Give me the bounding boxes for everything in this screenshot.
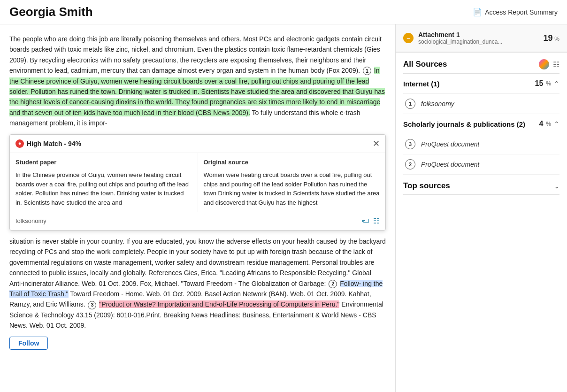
scholarly-row-right: 4 % ⌃ [539, 120, 559, 128]
match-popup-body: Student paper In the Chinese province of… [10, 153, 385, 212]
source-num-1: 1 [405, 99, 415, 109]
source-num-3: 3 [405, 139, 415, 149]
match-popup-header: ● High Match - 94% ✕ [10, 135, 385, 153]
internet-row: Internet (1) 15 % ⌃ [403, 74, 559, 94]
scholarly-source-1: 3 ProQuest document [403, 134, 559, 154]
app-header: Georgia Smith 📄 Access Report Summary [0, 0, 567, 24]
high-match-icon: ● [15, 139, 24, 148]
scholarly-source-2: 2 ProQuest document [403, 154, 559, 175]
citation-2: 2 [329, 280, 337, 288]
top-sources-header: Top sources ⌃ [403, 175, 559, 195]
match-badge: ● High Match - 94% [15, 138, 81, 149]
match-popup: ● High Match - 94% ✕ Student paper In th… [9, 134, 386, 231]
internet-source-1: 1 folksonomy [403, 94, 559, 114]
paragraph-1: The people who are doing this job are li… [9, 34, 386, 129]
top-sources-section: Top sources ⌃ [396, 175, 567, 195]
top-sources-title: Top sources [403, 181, 450, 191]
grid-view-icon[interactable]: ☷ [373, 215, 380, 227]
close-popup-button[interactable]: ✕ [373, 139, 380, 148]
citation-3: 3 [88, 301, 96, 309]
access-report-button[interactable]: 📄 Access Report Summary [473, 8, 558, 16]
grid-icon[interactable]: ☷ [553, 60, 559, 69]
scholarly-chevron[interactable]: ⌃ [554, 120, 559, 128]
footer-icons: 🏷 ☷ [362, 215, 380, 227]
internet-title: Internet (1) [403, 80, 440, 88]
internet-chevron[interactable]: ⌃ [554, 80, 559, 87]
highlighted-text-pink: "Product or Waste? Importation and End-o… [99, 300, 339, 308]
all-sources-icons: ☷ [539, 59, 559, 69]
follow-button[interactable]: Follow [9, 337, 48, 350]
internet-pct-sym: % [546, 80, 551, 87]
main-layout: The people who are doing this job are li… [0, 24, 567, 392]
page-title: Georgia Smith [9, 5, 93, 19]
report-icon: 📄 [473, 8, 482, 16]
attachment-info: Attachment 1 sociological_imagination_du… [418, 31, 538, 45]
citation-1: 1 [363, 67, 371, 75]
top-sources-chevron[interactable]: ⌃ [554, 182, 559, 190]
right-panel: − Attachment 1 sociological_imagination_… [396, 24, 567, 392]
student-paper-col: Student paper In the Chinese province of… [10, 153, 198, 212]
original-source-col: Original source Women were heating circu… [198, 153, 386, 212]
attachment-icon: − [403, 33, 414, 43]
all-sources-header: All Sources ☷ [403, 53, 559, 74]
scholarly-title: Scholarly journals & publications (2) [403, 120, 525, 128]
internet-items: 1 folksonomy [403, 94, 559, 114]
globe-icon [539, 59, 549, 69]
attachment-percentage: 19 % [543, 33, 559, 43]
source-num-2: 2 [405, 159, 415, 169]
paragraph-3: situation is never stable in your countr… [9, 236, 386, 331]
document-text-panel: The people who are doing this job are li… [0, 24, 396, 392]
internet-pct: 15 [535, 79, 544, 88]
scholarly-source-label-2: ProQuest document [421, 161, 480, 168]
all-sources-title: All Sources [403, 60, 447, 69]
scholarly-pct: 4 [539, 120, 543, 128]
sources-section: All Sources ☷ Internet (1) 15 % ⌃ 1 folk [396, 53, 567, 175]
scholarly-row: Scholarly journals & publications (2) 4 … [403, 114, 559, 134]
scholarly-source-label-1: ProQuest document [421, 140, 480, 148]
attachment-bar: − Attachment 1 sociological_imagination_… [396, 24, 567, 53]
internet-row-right: 15 % ⌃ [535, 79, 559, 88]
bookmark-icon[interactable]: 🏷 [362, 215, 369, 227]
match-popup-footer: folksonomy 🏷 ☷ [10, 212, 385, 230]
follow-area: Follow [9, 337, 386, 350]
scholarly-items: 3 ProQuest document 2 ProQuest document [403, 134, 559, 175]
internet-source-label-1: folksonomy [421, 100, 454, 108]
scholarly-pct-sym: % [546, 121, 551, 127]
